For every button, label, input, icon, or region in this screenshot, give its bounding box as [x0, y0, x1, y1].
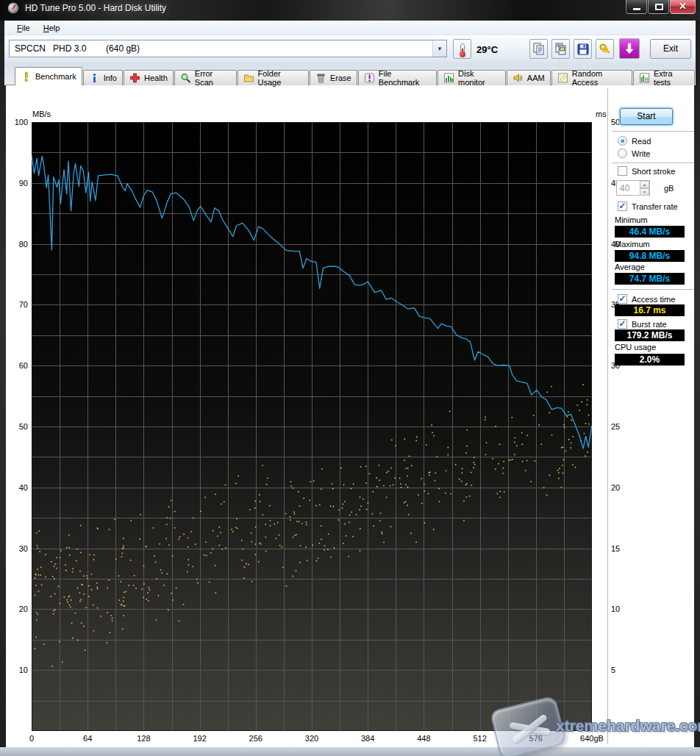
access-time-label: Access time: [632, 295, 675, 304]
close-icon: ✕: [671, 1, 695, 12]
benchmark-icon: [21, 71, 32, 82]
maximize-icon: [655, 4, 663, 10]
exit-button[interactable]: Exit: [650, 39, 691, 59]
transfer-rate-checkbox[interactable]: [618, 202, 627, 211]
speaker-icon: [512, 73, 524, 83]
download-button[interactable]: [619, 38, 640, 59]
app-icon: [7, 2, 19, 14]
tab-erase[interactable]: Erase: [310, 70, 357, 85]
tab-extra-tests[interactable]: Extra tests: [633, 70, 695, 85]
copy-text-button[interactable]: [529, 39, 548, 59]
access-time-value: 16.7 ms: [615, 304, 685, 316]
short-stroke-value: 40: [620, 183, 629, 193]
benchmark-chart-canvas: [32, 122, 592, 731]
burst-rate-value: 179.2 MB/s: [615, 329, 685, 341]
panel-divider: [607, 88, 609, 744]
copy-image-icon: [554, 43, 568, 56]
burst-rate-checkbox[interactable]: [618, 319, 627, 329]
folder-icon: [243, 73, 254, 83]
tab-health[interactable]: Health: [124, 70, 174, 85]
burst-rate-label: Burst rate: [632, 320, 667, 329]
download-arrow-icon: [623, 42, 636, 55]
short-stroke-unit: gB: [664, 184, 674, 193]
temperature-button[interactable]: [453, 39, 471, 59]
extra-tests-icon: [639, 73, 650, 83]
keys-icon: [599, 43, 612, 56]
minimize-button[interactable]: [626, 0, 647, 14]
tab-file-benchmark[interactable]: File Benchmark: [358, 70, 437, 85]
maximum-label: Maximum: [615, 240, 650, 249]
menu-help[interactable]: Help: [37, 22, 67, 34]
copy-image-button[interactable]: [551, 39, 570, 59]
window-bottom-frame: [0, 747, 700, 756]
read-radio[interactable]: [618, 136, 627, 146]
short-stroke-checkbox[interactable]: [618, 166, 627, 176]
save-button[interactable]: [574, 39, 592, 59]
short-stroke-label: Short stroke: [632, 167, 675, 176]
tab-benchmark[interactable]: Benchmark: [15, 67, 82, 85]
bar-chart-icon: [443, 73, 454, 83]
maximum-value: 94.8 MB/s: [615, 250, 685, 262]
menu-bar: File Help: [4, 21, 696, 35]
random-dots-icon: [557, 73, 568, 83]
minimum-value: 46.4 MB/s: [615, 226, 685, 238]
magnifier-icon: [180, 73, 191, 83]
tab-random-access[interactable]: Random Access: [551, 70, 632, 85]
spin-up-icon[interactable]: ▲: [640, 181, 649, 188]
caption-buttons: ✕: [625, 0, 696, 14]
copy-text-icon: [532, 43, 546, 56]
maximize-button[interactable]: [648, 0, 669, 14]
tab-error-scan[interactable]: Error Scan: [174, 70, 237, 85]
short-stroke-spinner[interactable]: 40 ▲ ▼: [616, 180, 650, 196]
menu-file[interactable]: File: [10, 22, 37, 34]
tab-strip: Benchmark Info Health Error Scan Folder …: [4, 65, 696, 85]
cpu-usage-label: CPU usage: [615, 343, 656, 352]
access-time-checkbox[interactable]: [618, 294, 627, 304]
separator: [612, 289, 694, 290]
close-button[interactable]: ✕: [670, 0, 696, 14]
toolbar: SPCCN PHD 3.0 (640 gB) ▼ 29°C: [4, 35, 696, 65]
write-label: Write: [632, 149, 650, 158]
file-benchmark-icon: [364, 73, 375, 83]
average-value: 74.7 MB/s: [615, 273, 685, 285]
read-label: Read: [632, 137, 651, 146]
chevron-down-icon: ▼: [432, 40, 446, 57]
hd-tune-window: { "window": { "title": "HD Tune Pro 5.00…: [0, 0, 700, 756]
drive-selector[interactable]: SPCCN PHD 3.0 (640 gB) ▼: [9, 40, 447, 57]
average-label: Average: [615, 263, 645, 271]
cpu-usage-value: 2.0%: [615, 354, 685, 365]
title-bar: HD Tune Pro 5.00 - Hard Disk Utility ✕: [0, 0, 700, 21]
transfer-rate-label: Transfer rate: [632, 202, 678, 211]
trash-icon: [315, 73, 326, 83]
tab-aam[interactable]: AAM: [507, 70, 551, 85]
save-icon: [576, 43, 590, 56]
drive-selector-value: SPCCN PHD 3.0 (640 gB): [10, 43, 432, 54]
info-icon: [89, 73, 100, 83]
separator: [612, 131, 694, 132]
thermometer-icon: [460, 43, 465, 55]
minimize-icon: [633, 8, 640, 10]
temperature-value: 29°C: [476, 44, 498, 55]
write-radio[interactable]: [618, 149, 627, 158]
start-button[interactable]: Start: [620, 108, 673, 125]
spin-down-icon[interactable]: ▼: [640, 188, 649, 196]
health-cross-icon: [129, 73, 140, 83]
minimum-label: Minimum: [615, 215, 648, 224]
tab-folder-usage[interactable]: Folder Usage: [238, 70, 309, 85]
tab-info[interactable]: Info: [83, 70, 123, 85]
tab-disk-monitor[interactable]: Disk monitor: [438, 70, 506, 85]
separator: [612, 163, 694, 164]
options-button[interactable]: [596, 39, 614, 59]
window-title: HD Tune Pro 5.00 - Hard Disk Utility: [25, 3, 166, 13]
